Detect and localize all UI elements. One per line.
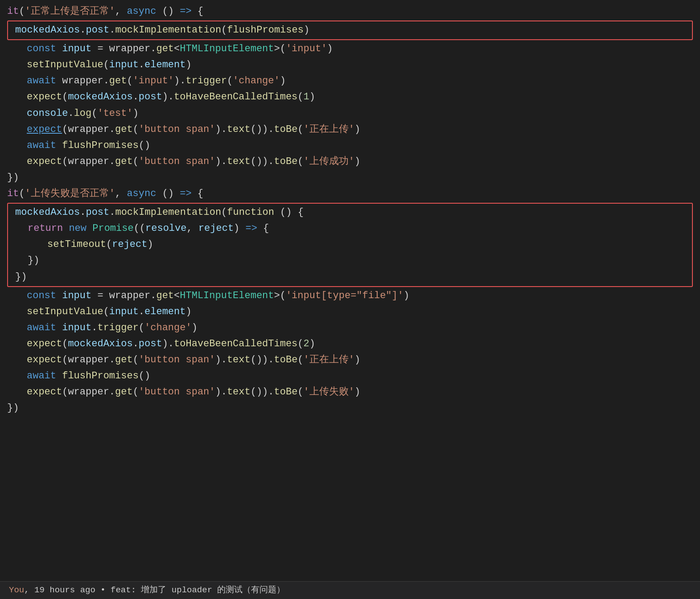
code-line: const input = wrapper.get<HTMLInputEleme…	[0, 288, 700, 304]
code-line: expect(wrapper.get('button span').text()…	[0, 154, 700, 170]
code-line: expect(wrapper.get('button span').text()…	[0, 122, 700, 138]
code-line: return new Promise((resolve, reject) => …	[8, 221, 692, 237]
status-bar: You, 19 hours ago • feat: 增加了 uploader 的…	[0, 581, 700, 599]
code-line: console.log('test')	[0, 106, 700, 122]
code-line: setInputValue(input.element)	[0, 304, 700, 320]
status-author: You	[9, 585, 24, 595]
highlight-box-1: mockedAxios.post.mockImplementation(flus…	[7, 21, 693, 40]
code-line: setTimeout(reject)	[8, 237, 692, 253]
keyword-it: it	[7, 4, 19, 19]
code-line: await input.trigger('change')	[0, 320, 700, 336]
code-line: })	[8, 269, 692, 285]
code-line: const input = wrapper.get<HTMLInputEleme…	[0, 41, 700, 57]
code-line: it('上传失败是否正常', async () => {	[0, 186, 700, 202]
highlight-box-2: mockedAxios.post.mockImplementation(func…	[7, 203, 693, 287]
code-line: expect(mockedAxios.post).toHaveBeenCalle…	[0, 336, 700, 352]
code-line: setInputValue(input.element)	[0, 57, 700, 73]
code-line: })	[0, 170, 700, 186]
code-editor: it('正常上传是否正常', async () => { mockedAxios…	[0, 0, 700, 416]
code-line: })	[8, 253, 692, 269]
code-line: await flushPromises()	[0, 368, 700, 384]
code-line: mockedAxios.post.mockImplementation(flus…	[8, 22, 692, 38]
code-line: expect(wrapper.get('button span').text()…	[0, 352, 700, 368]
code-line: })	[0, 400, 700, 416]
code-line: expect(wrapper.get('button span').text()…	[0, 384, 700, 400]
status-text: , 19 hours ago • feat: 增加了 uploader 的测试（…	[24, 585, 285, 595]
code-line: it('正常上传是否正常', async () => {	[0, 4, 700, 20]
code-line: expect(mockedAxios.post).toHaveBeenCalle…	[0, 89, 700, 105]
code-line: await wrapper.get('input').trigger('chan…	[0, 73, 700, 89]
code-line: await flushPromises()	[0, 138, 700, 154]
code-line: mockedAxios.post.mockImplementation(func…	[8, 205, 692, 221]
